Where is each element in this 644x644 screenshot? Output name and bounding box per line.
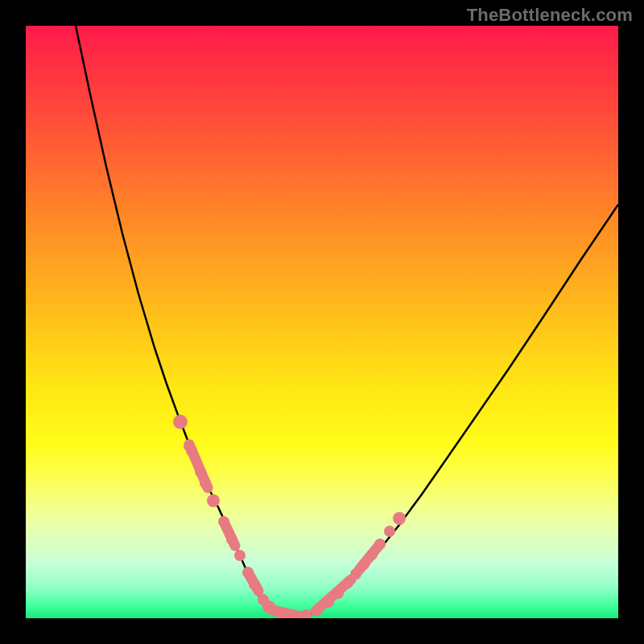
chart-svg [26, 26, 618, 618]
bottleneck-curve [76, 26, 618, 617]
marker-dot [173, 415, 188, 429]
marker-dot [234, 550, 246, 561]
marker-dot [312, 605, 323, 616]
marker-dot [332, 588, 344, 599]
marker-dot [358, 559, 369, 570]
plot-area [26, 26, 618, 618]
marker-dot [393, 512, 406, 525]
marker-dot [374, 539, 386, 550]
marker-dot [323, 597, 334, 608]
marker-dots [173, 415, 406, 618]
marker-dot [350, 568, 361, 580]
marker-dot [218, 516, 229, 527]
marker-dot [242, 567, 254, 578]
marker-dot [262, 601, 275, 613]
marker-dot [186, 445, 197, 456]
marker-segments [189, 444, 380, 617]
marker-dot [200, 477, 211, 489]
marker-dot [384, 526, 395, 537]
marker-dot [342, 577, 353, 588]
marker-dot [366, 549, 378, 560]
chart-frame: TheBottleneck.com [0, 0, 644, 644]
marker-dot [300, 609, 312, 618]
marker-dot [249, 579, 260, 590]
watermark-text: TheBottleneck.com [467, 5, 633, 26]
marker-dot [195, 466, 206, 477]
marker-dot [226, 534, 237, 545]
marker-dot [207, 494, 220, 507]
